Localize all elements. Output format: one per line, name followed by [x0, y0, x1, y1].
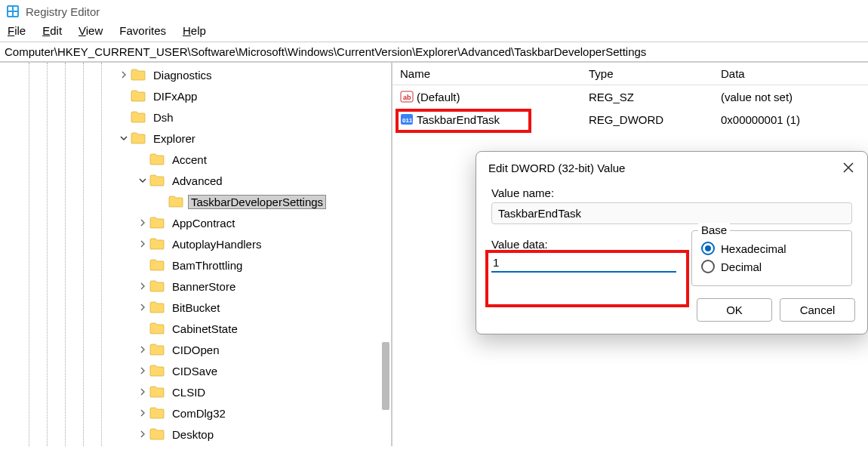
- tree-pane: DiagnosticsDIFxAppDshExplorerAccentAdvan…: [0, 63, 392, 446]
- tree-node-explorer[interactable]: Explorer: [0, 128, 391, 149]
- tree-node-bitbucket[interactable]: BitBucket: [0, 297, 391, 318]
- value-name: TaskbarEndTask: [417, 113, 500, 126]
- tree-scrollbar[interactable]: [382, 342, 389, 410]
- expander-icon[interactable]: [136, 177, 149, 184]
- tree-node-label: AutoplayHandlers: [169, 237, 264, 251]
- menu-edit[interactable]: Edit: [42, 24, 62, 37]
- tree-node-clsid[interactable]: CLSID: [0, 381, 391, 402]
- value-row[interactable]: 011TaskbarEndTaskREG_DWORD0x00000001 (1): [392, 108, 868, 131]
- tree-node-accent[interactable]: Accent: [0, 149, 391, 170]
- tree-node-appcontract[interactable]: AppContract: [0, 212, 391, 233]
- expander-icon[interactable]: [136, 219, 149, 226]
- tree-node-label: AppContract: [169, 216, 238, 230]
- dialog-title-bar: Edit DWORD (32-bit) Value: [476, 152, 867, 180]
- menu-bar: File Edit View Favorites Help: [0, 21, 868, 42]
- value-row[interactable]: ab(Default)REG_SZ(value not set): [392, 85, 868, 108]
- folder-icon: [149, 217, 165, 229]
- tree-node-label: BannerStore: [169, 279, 239, 294]
- svg-rect-2: [14, 7, 17, 11]
- value-name: (Default): [417, 91, 460, 103]
- tree-node-label: Advanced: [169, 174, 226, 188]
- tree-node-label: ComDlg32: [169, 406, 229, 421]
- expander-icon[interactable]: [117, 134, 131, 142]
- close-icon[interactable]: [842, 161, 855, 174]
- regedit-icon: [6, 5, 20, 18]
- tree-node-cidopen[interactable]: CIDOpen: [0, 339, 391, 360]
- value-name-label: Value name:: [491, 186, 852, 199]
- expander-icon[interactable]: [136, 304, 149, 311]
- folder-icon: [131, 90, 146, 102]
- tree-node-comdlg32[interactable]: ComDlg32: [0, 402, 391, 424]
- value-name-display: TaskbarEndTask: [491, 202, 852, 224]
- radio-hex[interactable]: Hexadecimal: [701, 242, 842, 255]
- value-type: REG_DWORD: [589, 113, 721, 126]
- tree-node-label: DIFxApp: [150, 89, 200, 103]
- radio-dec-label: Decimal: [721, 260, 762, 273]
- tree-node-cabinetstate[interactable]: CabinetState: [0, 318, 391, 339]
- ok-button[interactable]: OK: [697, 298, 772, 322]
- menu-view[interactable]: View: [78, 24, 103, 37]
- expander-icon[interactable]: [117, 71, 131, 79]
- tree-node-autoplayhandlers[interactable]: AutoplayHandlers: [0, 233, 391, 254]
- tree-node-label: Diagnostics: [150, 68, 215, 82]
- tree-node-taskbardevelopersettings[interactable]: TaskbarDeveloperSettings: [0, 191, 391, 212]
- col-header-data[interactable]: Data: [721, 67, 868, 80]
- tree-node-desktop[interactable]: Desktop: [0, 424, 391, 445]
- tree-node-advanced[interactable]: Advanced: [0, 170, 391, 191]
- folder-icon: [149, 238, 165, 250]
- svg-text:011: 011: [402, 117, 413, 124]
- col-header-type[interactable]: Type: [589, 67, 721, 80]
- tree-node-label: TaskbarDeveloperSettings: [188, 195, 326, 209]
- folder-icon: [149, 153, 165, 165]
- folder-icon: [149, 407, 165, 419]
- menu-file[interactable]: File: [8, 24, 26, 37]
- expander-icon[interactable]: [136, 240, 149, 248]
- menu-help[interactable]: Help: [183, 24, 206, 37]
- expander-icon[interactable]: [136, 409, 149, 417]
- tree-node-label: Accent: [169, 153, 210, 167]
- tree-node-bannerstore[interactable]: BannerStore: [0, 276, 391, 297]
- folder-icon: [149, 428, 165, 440]
- tree-node-cidsave[interactable]: CIDSave: [0, 360, 391, 381]
- tree-node-dsh[interactable]: Dsh: [0, 106, 391, 128]
- folder-icon: [149, 365, 165, 377]
- string-value-icon: ab: [400, 90, 414, 103]
- tree-node-label: CIDOpen: [169, 343, 223, 357]
- expander-icon[interactable]: [136, 367, 149, 374]
- radio-hex-circle: [701, 242, 715, 255]
- tree-node-bamthrottling[interactable]: BamThrottling: [0, 254, 391, 276]
- folder-icon: [149, 280, 165, 292]
- tree-node-label: CabinetState: [169, 322, 241, 336]
- value-data-label: Value data:: [491, 238, 676, 251]
- value-data-input[interactable]: [491, 254, 676, 273]
- radio-dec-circle: [701, 260, 715, 273]
- tree-node-diagnostics[interactable]: Diagnostics: [0, 64, 391, 85]
- values-header-row: Name Type Data: [392, 63, 868, 85]
- tree-node-label: BamThrottling: [169, 258, 245, 273]
- radio-dec[interactable]: Decimal: [701, 260, 842, 273]
- col-header-name[interactable]: Name: [392, 67, 589, 80]
- edit-dword-dialog: Edit DWORD (32-bit) Value Value name: Ta…: [476, 151, 868, 334]
- value-data: 0x00000001 (1): [721, 113, 868, 126]
- folder-icon: [131, 111, 146, 123]
- expander-icon[interactable]: [136, 346, 149, 353]
- expander-icon[interactable]: [136, 388, 149, 396]
- dword-value-icon: 011: [400, 112, 414, 126]
- folder-icon: [149, 301, 165, 313]
- cancel-button[interactable]: Cancel: [780, 298, 855, 322]
- svg-rect-3: [8, 12, 12, 16]
- tree-node-difxapp[interactable]: DIFxApp: [0, 85, 391, 106]
- address-bar[interactable]: Computer\HKEY_CURRENT_USER\Software\Micr…: [0, 42, 868, 63]
- menu-favorites[interactable]: Favorites: [119, 24, 166, 37]
- radio-hex-label: Hexadecimal: [721, 242, 786, 255]
- dialog-title-text: Edit DWORD (32-bit) Value: [488, 162, 625, 174]
- base-legend: Base: [698, 223, 730, 236]
- svg-text:ab: ab: [403, 94, 411, 101]
- value-data: (value not set): [721, 91, 868, 103]
- folder-icon: [168, 196, 183, 208]
- svg-rect-1: [8, 7, 12, 11]
- expander-icon[interactable]: [136, 282, 149, 290]
- tree-node-label: CIDSave: [169, 364, 220, 378]
- expander-icon[interactable]: [136, 430, 149, 438]
- base-fieldset: Base Hexadecimal Decimal: [691, 230, 852, 286]
